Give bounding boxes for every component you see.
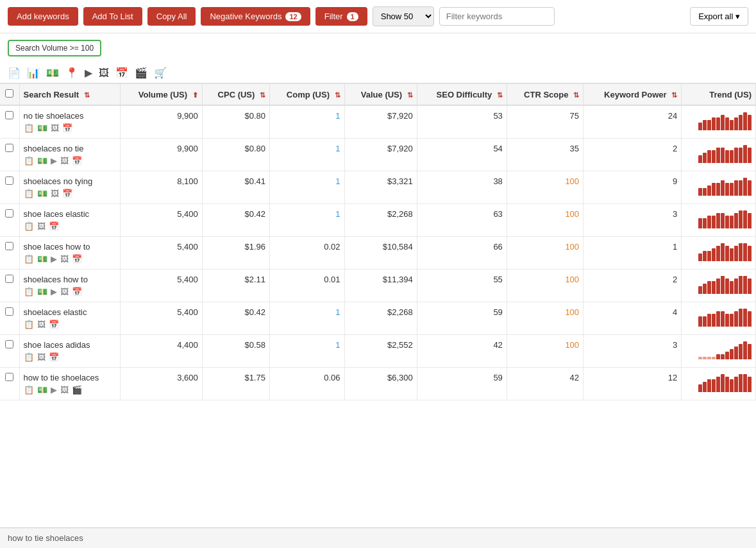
add-to-list-button[interactable]: Add To List [83,7,142,26]
keyword-icon[interactable]: ▶ [51,385,57,395]
keyword-icon[interactable]: 📋 [24,320,34,329]
th-ctr: CTR Scope ⇅ [507,84,583,106]
keyword-icon[interactable]: 📅 [62,123,72,133]
row-checkbox[interactable] [5,307,13,316]
keyword-icon[interactable]: 📅 [49,352,59,362]
keyword-name[interactable]: shoe laces adidas [24,340,117,350]
video-icon[interactable]: 🎬 [135,67,147,79]
select-all-checkbox[interactable] [5,89,13,98]
keyword-icon[interactable]: 📅 [49,221,59,231]
keyword-name[interactable]: shoe laces elastic [24,209,117,219]
row-checkbox[interactable] [5,111,13,119]
row-checkbox[interactable] [5,275,13,283]
keyword-icon[interactable]: 💵 [37,189,47,198]
cart-icon[interactable]: 🛒 [154,67,167,79]
filter-label: Filter [324,12,343,21]
row-checkbox[interactable] [5,176,13,185]
keyword-icon[interactable]: 📋 [24,123,34,133]
sort-icon-value[interactable]: ⇅ [407,91,413,99]
sort-icon-seo[interactable]: ⇅ [497,91,503,99]
chart-icon[interactable]: 📊 [27,67,40,79]
keyword-icon[interactable]: 💵 [37,123,47,133]
row-checkbox[interactable] [5,144,13,152]
keyword-icon[interactable]: 📋 [24,385,34,395]
keyword-icon[interactable]: 📋 [24,189,34,198]
keyword-name[interactable]: shoelaces elastic [24,307,117,317]
sort-icon-cpc[interactable]: ⇅ [260,91,265,99]
keyword-icon[interactable]: 🖼 [60,254,69,264]
keyword-icon[interactable]: ▶ [51,156,57,166]
dollar-icon[interactable]: 💵 [46,67,59,79]
trend-bar-container [685,307,752,327]
filter-button[interactable]: Filter 1 [315,7,367,26]
row-checkbox[interactable] [5,242,13,250]
keyword-icon[interactable]: 💵 [37,254,47,264]
row-volume: 8,100 [121,171,203,204]
keyword-icon[interactable]: 🖼 [51,189,59,198]
sort-icon-volume[interactable]: ⬆ [192,91,198,99]
row-cpc: $0.80 [202,105,269,139]
keyword-icon[interactable]: 📋 [24,221,34,231]
row-checkbox[interactable] [5,340,13,348]
keyword-icon[interactable]: 💵 [37,287,47,296]
keyword-icon[interactable]: 💵 [37,156,47,166]
filter-tag[interactable]: Search Volume >= 100 [8,40,101,56]
keyword-icon[interactable]: ▶ [51,287,57,296]
calendar-icon[interactable]: 📅 [115,67,128,79]
keyword-icon[interactable]: 🖼 [60,156,69,166]
keyword-name[interactable]: no tie shoelaces [24,111,117,121]
keyword-icon[interactable]: 🖼 [37,221,46,231]
trend-bar [725,246,729,261]
play-icon[interactable]: ▶ [85,67,92,79]
trend-bar [698,286,702,294]
pin-icon[interactable]: 📍 [65,67,78,79]
keyword-name[interactable]: how to tie shoelaces [24,373,117,382]
copy-all-button[interactable]: Copy All [147,7,196,26]
table-row: shoelaces no tying📋💵🖼📅8,100$0.411$3,3213… [0,171,756,204]
doc-icon[interactable]: 📄 [8,67,21,79]
sort-icon-search-result[interactable]: ⇅ [84,91,90,99]
keyword-icon[interactable]: 📋 [24,254,34,264]
row-value: $2,552 [344,335,417,368]
keyword-icon[interactable]: 📅 [72,254,82,264]
row-volume: 5,400 [121,302,203,335]
sort-icon-comp[interactable]: ⇅ [335,91,340,99]
keyword-icon[interactable]: 🖼 [37,320,46,329]
row-value: $6,300 [344,368,417,400]
keyword-name[interactable]: shoelaces no tying [24,176,117,186]
filter-row: Search Volume >= 100 [0,33,756,63]
select-all-checkbox-header[interactable] [0,84,19,106]
keyword-icon[interactable]: 💵 [37,385,47,395]
row-seo-difficulty: 55 [417,270,507,302]
sort-icon-ctr[interactable]: ⇅ [573,91,579,99]
show-select[interactable]: Show 50 Show 100 Show 200 [373,6,434,26]
row-seo-difficulty: 66 [417,237,507,270]
keyword-icon[interactable]: 📅 [72,287,82,296]
keyword-icon[interactable]: 📋 [24,352,34,362]
keyword-name[interactable]: shoelaces how to [24,275,117,284]
sort-icon-kp[interactable]: ⇅ [671,91,677,99]
negative-keywords-button[interactable]: Negative Keywords 12 [201,7,310,26]
row-keyword-cell: shoe laces adidas📋🖼📅 [19,335,121,368]
row-checkbox[interactable] [5,373,13,381]
keyword-icon[interactable]: 🖼 [51,123,59,133]
keyword-icon[interactable]: 📅 [62,189,72,198]
keyword-icon[interactable]: 📋 [24,287,34,296]
export-button[interactable]: Export all ▾ [690,7,748,26]
add-keywords-button[interactable]: Add keywords [8,7,78,26]
keyword-icon[interactable]: 🖼 [37,352,46,362]
keyword-icon[interactable]: 🖼 [60,287,69,296]
trend-bar [743,276,747,294]
image-icon[interactable]: 🖼 [99,67,109,79]
keyword-icon[interactable]: ▶ [51,254,57,264]
keyword-icon[interactable]: 📅 [49,320,59,329]
keyword-icon[interactable]: 🎬 [72,385,82,395]
keyword-name[interactable]: shoe laces how to [24,242,117,252]
keyword-icon[interactable]: 📅 [72,156,82,166]
keyword-name[interactable]: shoelaces no tie [24,144,117,153]
row-checkbox[interactable] [5,209,13,218]
trend-bar [725,216,729,228]
filter-keywords-input[interactable] [439,7,555,26]
keyword-icon[interactable]: 📋 [24,156,34,166]
keyword-icon[interactable]: 🖼 [60,385,69,395]
